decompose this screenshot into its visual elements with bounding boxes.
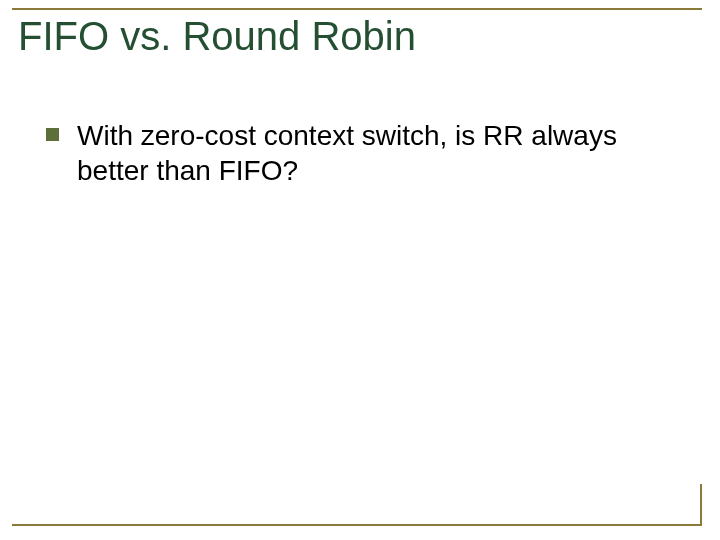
list-item: With zero-cost context switch, is RR alw…	[46, 118, 680, 188]
square-bullet-icon	[46, 128, 59, 141]
slide-title: FIFO vs. Round Robin	[14, 10, 422, 67]
bullet-text: With zero-cost context switch, is RR alw…	[77, 118, 680, 188]
slide-body: With zero-cost context switch, is RR alw…	[46, 118, 680, 188]
bottom-rule	[12, 524, 702, 526]
title-container: FIFO vs. Round Robin	[14, 10, 702, 67]
slide: FIFO vs. Round Robin With zero-cost cont…	[0, 0, 720, 540]
bottom-right-corner-rule	[700, 484, 702, 526]
